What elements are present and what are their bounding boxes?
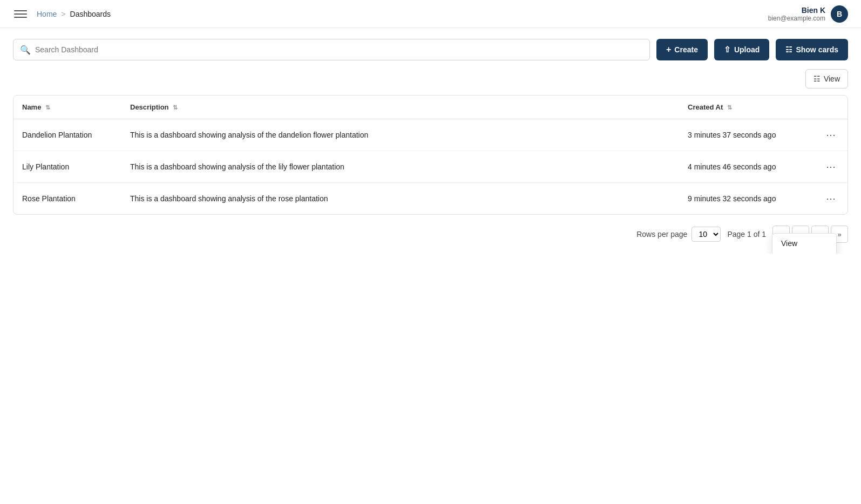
context-menu-copy-id[interactable]: Copy ID bbox=[772, 253, 836, 254]
show-cards-button[interactable]: ☷ Show cards bbox=[776, 39, 848, 60]
table-header-row: Name ⇅ Description ⇅ Created At ⇅ bbox=[13, 96, 848, 119]
col-header-actions bbox=[814, 96, 848, 119]
search-input[interactable] bbox=[35, 45, 643, 54]
create-label: Create bbox=[674, 45, 698, 54]
search-box: 🔍 bbox=[13, 39, 650, 60]
upload-label: Upload bbox=[734, 45, 760, 54]
table-container: Name ⇅ Description ⇅ Created At ⇅ Dand bbox=[13, 95, 848, 215]
sort-icon-created-at: ⇅ bbox=[727, 104, 732, 111]
user-info: Bien K bien@example.com B bbox=[768, 5, 848, 23]
search-icon: 🔍 bbox=[20, 45, 31, 55]
cell-name: Lily Plantation bbox=[13, 151, 121, 183]
upload-icon: ⇧ bbox=[724, 45, 731, 55]
cell-actions: ⋯ bbox=[814, 151, 848, 183]
sort-icon-description: ⇅ bbox=[173, 104, 178, 111]
cell-created-at: 9 minutes 32 seconds ago bbox=[679, 183, 814, 215]
cell-actions: ⋯ bbox=[814, 183, 848, 215]
topbar: Home > Dashboards Bien K bien@example.co… bbox=[0, 0, 861, 28]
cell-created-at: 4 minutes 46 seconds ago bbox=[679, 151, 814, 183]
col-header-description[interactable]: Description ⇅ bbox=[121, 96, 679, 119]
cell-name: Dandelion Plantation bbox=[13, 119, 121, 151]
rows-per-page-label: Rows per page bbox=[636, 230, 687, 239]
cell-description: This is a dashboard showing analysis of … bbox=[121, 183, 679, 215]
cell-name: Rose Plantation bbox=[13, 183, 121, 215]
sidebar-toggle[interactable] bbox=[13, 6, 28, 22]
table-row: Dandelion Plantation This is a dashboard… bbox=[13, 119, 848, 151]
sort-icon-name: ⇅ bbox=[45, 104, 50, 111]
row-more-button[interactable]: ⋯ bbox=[823, 128, 839, 142]
view-row: ☷ View bbox=[13, 69, 848, 88]
cards-icon: ☷ bbox=[785, 45, 792, 54]
col-header-created-at[interactable]: Created At ⇅ bbox=[679, 96, 814, 119]
cell-created-at: 3 minutes 37 seconds ago bbox=[679, 119, 814, 151]
breadcrumb: Home > Dashboards bbox=[37, 10, 111, 18]
cell-description: This is a dashboard showing analysis of … bbox=[121, 151, 679, 183]
plus-icon: + bbox=[666, 45, 671, 55]
col-header-name[interactable]: Name ⇅ bbox=[13, 96, 121, 119]
user-email: bien@example.com bbox=[768, 15, 825, 22]
table-row: Lily Plantation This is a dashboard show… bbox=[13, 151, 848, 183]
context-menu-view[interactable]: View bbox=[772, 234, 836, 253]
cell-actions: ⋯ bbox=[814, 119, 848, 151]
cell-description: This is a dashboard showing analysis of … bbox=[121, 119, 679, 151]
toolbar: 🔍 + Create ⇧ Upload ☷ Show cards bbox=[13, 39, 848, 60]
table-row: Rose Plantation This is a dashboard show… bbox=[13, 183, 848, 215]
context-menu: View Copy ID Delete bbox=[772, 233, 837, 254]
filter-icon: ☷ bbox=[813, 74, 821, 83]
user-name: Bien K bbox=[768, 6, 825, 15]
breadcrumb-home[interactable]: Home bbox=[37, 10, 57, 18]
upload-button[interactable]: ⇧ Upload bbox=[714, 39, 769, 60]
rows-per-page-select[interactable]: 10 25 50 bbox=[691, 227, 721, 242]
breadcrumb-current: Dashboards bbox=[70, 10, 111, 18]
page-info: Page 1 of 1 bbox=[727, 230, 766, 239]
rows-per-page: Rows per page 10 25 50 bbox=[636, 227, 721, 242]
show-cards-label: Show cards bbox=[796, 45, 838, 54]
row-more-button[interactable]: ⋯ bbox=[823, 160, 839, 174]
breadcrumb-separator: > bbox=[61, 10, 65, 18]
avatar[interactable]: B bbox=[831, 5, 848, 23]
create-button[interactable]: + Create bbox=[656, 39, 708, 60]
main-content: 🔍 + Create ⇧ Upload ☷ Show cards ☷ View bbox=[0, 28, 861, 254]
user-text: Bien K bien@example.com bbox=[768, 6, 825, 22]
view-label: View bbox=[824, 74, 840, 83]
dashboards-table: Name ⇅ Description ⇅ Created At ⇅ Dand bbox=[13, 96, 848, 214]
pagination: Rows per page 10 25 50 Page 1 of 1 « ‹ ›… bbox=[13, 226, 848, 243]
row-more-button[interactable]: ⋯ bbox=[823, 192, 839, 206]
view-button[interactable]: ☷ View bbox=[805, 69, 848, 88]
